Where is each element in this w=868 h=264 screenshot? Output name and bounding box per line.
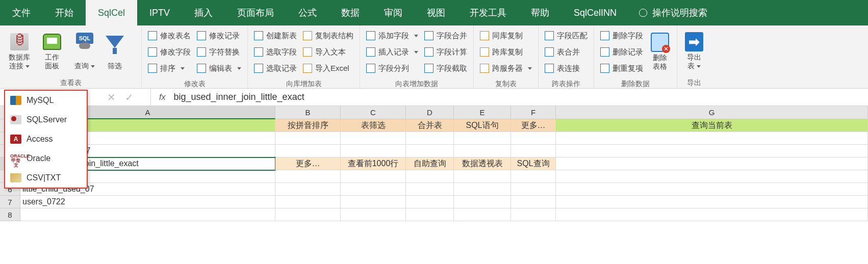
tab-review[interactable]: 审阅 (372, 0, 415, 25)
delete-dup-cmd[interactable]: 删重复项 (600, 61, 643, 75)
ribbon-group-cross: 字段匹配 表合并 表连接 跨表操作 (539, 25, 594, 88)
edit-table-cmd[interactable]: 编辑表 (197, 61, 241, 75)
delete-field-cmd[interactable]: 删除字段 (600, 29, 643, 43)
tell-me-search[interactable]: 操作说明搜索 (629, 0, 718, 25)
btn-sort-pinyin[interactable]: 按拼音排序 (275, 119, 341, 132)
table-row: 6 little_child_used_07 (0, 183, 868, 196)
modify-field-cmd[interactable]: 修改字段 (148, 45, 191, 59)
btn-query-current[interactable]: 查询当前表 (556, 119, 868, 132)
export-icon: ➡ (685, 32, 703, 51)
tab-layout[interactable]: 页面布局 (225, 0, 286, 25)
copy-icon (480, 47, 489, 57)
col-header-C[interactable]: C (341, 106, 406, 119)
substr-field-cmd[interactable]: 字段截取 (424, 61, 467, 75)
col-header-B[interactable]: B (275, 106, 341, 119)
cross-db-copy-cmd[interactable]: 跨库复制 (480, 45, 532, 59)
row-header-8[interactable]: 8 (0, 208, 20, 221)
btn-pivot[interactable]: 数据透视表 (454, 157, 511, 170)
tab-view[interactable]: 视图 (415, 0, 457, 25)
char-replace-cmd[interactable]: 字符替换 (197, 45, 241, 59)
dropdown-item-sqlserver[interactable]: SQLServer (5, 110, 87, 129)
btn-sql-query[interactable]: SQL查询 (511, 157, 556, 170)
table-row: 4 big_used_inner_join_little_exact 更多… 查… (0, 157, 868, 170)
join-icon (545, 64, 554, 73)
tab-iptv[interactable]: IPTV (137, 0, 182, 25)
record-icon (197, 31, 206, 40)
edit-icon (197, 64, 206, 73)
fx-label[interactable]: fx (151, 93, 173, 102)
group-label-delete: 删除数据 (594, 78, 677, 91)
tab-devtools[interactable]: 开发工具 (457, 0, 519, 25)
cell-A7[interactable]: users_0722 (20, 196, 275, 208)
cross-server-cmd[interactable]: 跨服务器 (480, 61, 532, 75)
dropdown-item-mysql[interactable]: MySQL (5, 91, 87, 110)
btn-merge-table[interactable]: 合并表 (406, 119, 454, 132)
delete-table-button[interactable]: 删除 表格 (646, 28, 674, 76)
table-merge-cmd[interactable]: 表合并 (545, 45, 588, 59)
chevron-down-icon (697, 65, 701, 68)
formula-content[interactable]: big_used_inner_join_little_exact (173, 92, 304, 102)
cancel-icon[interactable]: ✕ (107, 91, 116, 103)
confirm-icon[interactable]: ✓ (125, 91, 134, 103)
group-label-look: 查看表 (0, 77, 141, 90)
tab-sqlcelinn[interactable]: SqlCelINN (561, 0, 629, 25)
del-field-icon (600, 31, 609, 40)
btn-more[interactable]: 更多… (511, 119, 556, 132)
tab-help[interactable]: 帮助 (519, 0, 561, 25)
btn-more-row4[interactable]: 更多… (275, 157, 341, 170)
delete-table-icon (651, 33, 669, 52)
export-table-button[interactable]: ➡ 导出 表 (680, 28, 708, 75)
db-connection-button[interactable]: 数据库 连接 (3, 28, 36, 75)
sqlserver-icon (10, 115, 21, 124)
filter-button[interactable]: . 筛选 (101, 28, 129, 75)
work-panel-button[interactable]: 工作 面板 (36, 28, 68, 75)
copy-struct-cmd[interactable]: 复制表结构 (303, 29, 353, 43)
create-table-cmd[interactable]: 创建新表 (254, 29, 297, 43)
merge-table-icon (545, 47, 554, 57)
select-records-cmd[interactable]: 选取记录 (254, 61, 297, 75)
add-field-cmd[interactable]: 添加字段 (366, 29, 418, 43)
row-header-7[interactable]: 7 (0, 196, 20, 208)
sql-query-button[interactable]: SQL . 查询 (68, 28, 101, 75)
col-header-D[interactable]: D (406, 106, 454, 119)
dropdown-item-csv[interactable]: CSV|TXT (5, 168, 87, 188)
btn-sql-stmt[interactable]: SQL语句 (454, 119, 511, 132)
same-db-copy-cmd[interactable]: 同库复制 (480, 29, 532, 43)
calc-icon (424, 47, 433, 57)
tab-insert[interactable]: 插入 (182, 0, 225, 25)
sort-cmd[interactable]: 排序 (148, 61, 191, 75)
del-record-icon (600, 47, 609, 57)
calc-field-cmd[interactable]: 字段计算 (424, 45, 467, 59)
spreadsheet-grid: A B C D E F G 按拼音排序 表筛选 合并表 SQL语句 更多… 查询… (0, 106, 868, 221)
col-header-F[interactable]: F (511, 106, 556, 119)
dropdown-item-access[interactable]: AAccess (5, 129, 87, 149)
tab-formulas[interactable]: 公式 (286, 0, 329, 25)
btn-table-filter[interactable]: 表筛选 (341, 119, 406, 132)
btn-preview1000[interactable]: 查看前1000行 (341, 157, 406, 170)
tab-file[interactable]: 文件 (0, 0, 43, 25)
import-excel-icon (303, 64, 312, 73)
tab-sqlcel[interactable]: SqlCel (86, 0, 137, 25)
btn-self-query[interactable]: 自助查询 (406, 157, 454, 170)
select-fields-cmd[interactable]: 选取字段 (254, 45, 297, 59)
col-header-E[interactable]: E (454, 106, 511, 119)
delete-record-cmd[interactable]: 删除记录 (600, 45, 643, 59)
ribbon-group-adddata: 添加字段 插入记录 字段分列 字段合并 字段计算 字段截取 向表增加数据 (360, 25, 474, 88)
import-excel-cmd[interactable]: 导入Excel (303, 61, 353, 75)
col-header-G[interactable]: G (556, 106, 868, 119)
dropdown-item-oracle[interactable]: ORACLE甲骨文Oracle (5, 149, 87, 168)
insert-record-cmd[interactable]: 插入记录 (366, 45, 418, 59)
field-match-cmd[interactable]: 字段匹配 (545, 29, 588, 43)
import-text-cmd[interactable]: 导入文本 (303, 45, 353, 59)
server-icon (480, 64, 489, 73)
rename-table-cmd[interactable]: 修改表名 (148, 29, 191, 43)
modify-record-cmd[interactable]: 修改记录 (197, 29, 241, 43)
chevron-down-icon (414, 51, 418, 54)
tab-data[interactable]: 数据 (329, 0, 372, 25)
split-field-cmd[interactable]: 字段分列 (366, 61, 418, 75)
table-join-cmd[interactable]: 表连接 (545, 61, 588, 75)
panel-icon (43, 34, 61, 50)
tab-home[interactable]: 开始 (43, 0, 86, 25)
search-placeholder: 操作说明搜索 (652, 7, 707, 19)
merge-field-cmd[interactable]: 字段合并 (424, 29, 467, 43)
